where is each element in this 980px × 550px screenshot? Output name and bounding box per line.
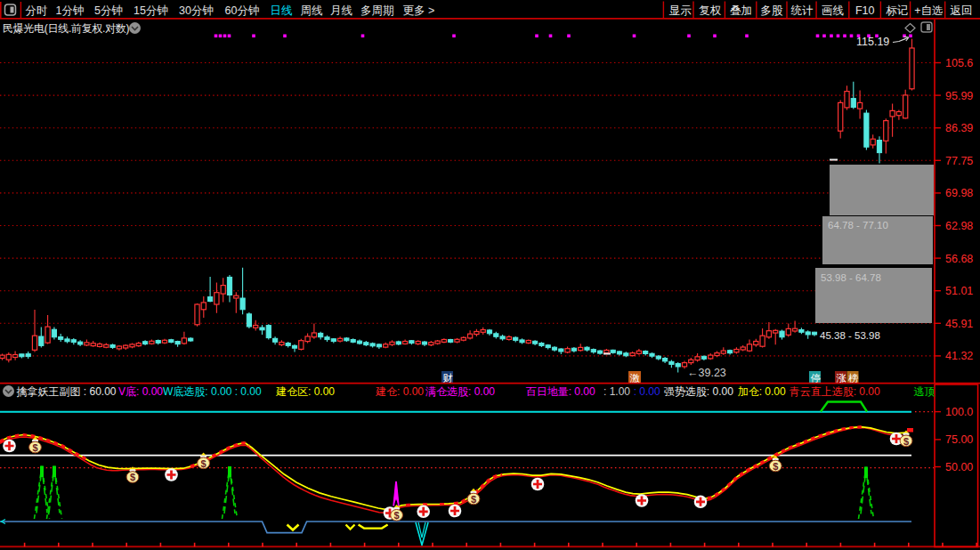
svg-text:←39.23: ←39.23: [687, 367, 726, 379]
svg-text:45.38 - 53.98: 45.38 - 53.98: [820, 330, 880, 341]
svg-text:停: 停: [811, 373, 822, 384]
svg-text:64.78 - 77.10: 64.78 - 77.10: [828, 220, 888, 231]
svg-text:5分钟: 5分钟: [94, 4, 123, 17]
svg-text:51.01: 51.01: [945, 285, 973, 297]
svg-text:复权: 复权: [699, 4, 722, 17]
svg-text:50.00: 50.00: [945, 461, 973, 473]
svg-text:: 0.00: : 0.00: [634, 385, 660, 398]
svg-text:100.0: 100.0: [945, 406, 973, 418]
svg-text:多周期: 多周期: [360, 4, 394, 17]
svg-text:返回: 返回: [951, 4, 973, 17]
svg-text:1分钟: 1分钟: [56, 4, 85, 17]
svg-text:$: $: [773, 461, 778, 472]
svg-text:财: 财: [443, 373, 454, 384]
svg-text:75.00: 75.00: [945, 433, 973, 446]
svg-text:民爆光电(日线.前复权.对数): 民爆光电(日线.前复权.对数): [3, 22, 129, 35]
svg-text:41.32: 41.32: [945, 350, 973, 362]
svg-text:45.91: 45.91: [945, 318, 973, 330]
svg-text:60分钟: 60分钟: [225, 4, 260, 17]
svg-text:$: $: [903, 436, 909, 447]
svg-text:77.75: 77.75: [945, 155, 973, 167]
svg-text:日线: 日线: [271, 4, 293, 17]
svg-text:逃顶: 逃顶: [914, 385, 935, 398]
svg-text:62.98: 62.98: [945, 220, 973, 232]
svg-text:标记: 标记: [886, 4, 908, 17]
svg-text:周线: 周线: [301, 4, 323, 17]
svg-text:105.6: 105.6: [945, 57, 973, 69]
svg-text:69.98: 69.98: [945, 187, 973, 199]
svg-text:画线: 画线: [822, 4, 844, 17]
svg-text:$: $: [201, 458, 207, 469]
svg-text:分时: 分时: [26, 4, 48, 17]
svg-text:$: $: [394, 510, 400, 521]
svg-text:$: $: [32, 442, 37, 453]
svg-text:建仓区: 0.00: 建仓区: 0.00: [275, 385, 335, 398]
svg-text:95.99: 95.99: [945, 90, 973, 102]
svg-text:强势选股: 0.00: 强势选股: 0.00: [664, 385, 733, 398]
svg-text:: 1.00: : 1.00: [603, 385, 630, 398]
svg-text:榜: 榜: [848, 373, 859, 384]
svg-text:56.68: 56.68: [945, 253, 973, 265]
svg-text:加仓: 0.00: 加仓: 0.00: [738, 385, 786, 398]
svg-text:激: 激: [630, 373, 641, 384]
svg-text:更多 >: 更多 >: [403, 4, 435, 17]
svg-text:青云直上选股: 0.00: 青云直上选股: 0.00: [790, 385, 880, 398]
svg-text:W底选股: 0.00 : 0.00: W底选股: 0.00 : 0.00: [163, 385, 262, 398]
svg-text:叠加: 叠加: [730, 4, 752, 17]
svg-text:86.39: 86.39: [945, 122, 973, 134]
svg-text:F10: F10: [855, 4, 875, 17]
svg-text:53.98 - 64.78: 53.98 - 64.78: [821, 272, 881, 283]
svg-text:+自选: +自选: [914, 4, 943, 17]
svg-text:百日地量: 0.00: 百日地量: 0.00: [526, 385, 595, 398]
svg-text:$: $: [471, 494, 476, 505]
svg-text:涨: 涨: [837, 373, 847, 384]
svg-text:多股: 多股: [760, 4, 783, 17]
svg-text:月线: 月线: [330, 4, 352, 17]
svg-text:15分钟: 15分钟: [134, 4, 168, 17]
svg-text:建仓: 0.00: 建仓: 0.00: [375, 385, 424, 398]
svg-text:30分钟: 30分钟: [179, 4, 214, 17]
svg-text:$: $: [130, 472, 135, 482]
svg-text:115.19: 115.19: [856, 36, 889, 48]
svg-text:V底: 0.00: V底: 0.00: [118, 385, 163, 398]
svg-text:统计: 统计: [791, 4, 814, 17]
svg-text:擒拿妖王副图 : 60.00: 擒拿妖王副图 : 60.00: [17, 385, 117, 398]
svg-text:显示: 显示: [669, 4, 692, 17]
svg-text:满仓选股: 0.00: 满仓选股: 0.00: [425, 385, 495, 398]
